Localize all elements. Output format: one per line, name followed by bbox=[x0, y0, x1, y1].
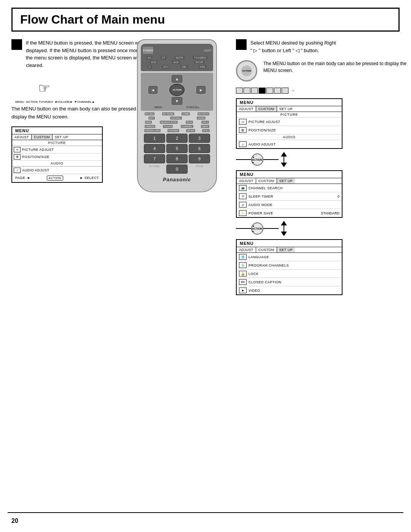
menu2-item-possize: ⊞ POSITION/SIZE bbox=[237, 126, 342, 134]
action-btn-small[interactable]: ACTION bbox=[47, 176, 63, 181]
btn-5[interactable]: 5 bbox=[166, 144, 188, 153]
btn-9[interactable]: 9 bbox=[189, 154, 210, 163]
btn-1[interactable]: 1 bbox=[144, 134, 165, 143]
v-btn[interactable]: V bbox=[148, 65, 152, 69]
as-btn[interactable]: AS bbox=[147, 56, 152, 59]
vcrrec-btn[interactable]: VCR REC bbox=[170, 117, 182, 120]
h-line-right-1 bbox=[263, 159, 279, 160]
vcrdbs-btn[interactable]: VCR/DBS bbox=[167, 129, 179, 132]
btn-7[interactable]: 7 bbox=[144, 154, 165, 163]
aux-btn[interactable]: AUX bbox=[172, 61, 180, 64]
menu2-tab-custom[interactable]: CUSTOM bbox=[256, 106, 277, 112]
split-btn[interactable]: SPLIT bbox=[201, 121, 209, 124]
remote-row2: AS CT MUTE TV/VIDEO bbox=[142, 56, 212, 59]
swap-btn[interactable]: SWAP bbox=[201, 125, 209, 128]
strip-btn-2[interactable] bbox=[244, 88, 250, 94]
guide-btn[interactable]: GUIDE bbox=[197, 117, 206, 120]
exit-btn[interactable]: EXIT bbox=[148, 117, 155, 120]
menu3-tab-custom[interactable]: CUSTOM bbox=[256, 178, 277, 184]
menu3-tab-setup[interactable]: SET UP bbox=[277, 178, 295, 184]
ch-search-label: CHANNEL SEARCH bbox=[249, 186, 283, 190]
menu4-tab-custom[interactable]: CUSTOM bbox=[256, 247, 277, 252]
select-label: ► SELECT bbox=[80, 176, 99, 180]
down-arrow-1 bbox=[281, 163, 287, 167]
searchstop-btn[interactable]: SEARCH STOP bbox=[160, 121, 178, 124]
rhadj-btn[interactable]: RH-ADJ bbox=[145, 112, 155, 115]
h-line-left-1 bbox=[236, 159, 251, 160]
tvvideo-btn[interactable]: TV/VIDEO bbox=[193, 56, 207, 59]
remote-power-btn[interactable]: POWER bbox=[142, 46, 154, 54]
rcvr-btn[interactable]: RCVR bbox=[194, 61, 204, 64]
lock-icon: 🔒 bbox=[239, 271, 247, 276]
dvd-btn[interactable]: DVD bbox=[150, 61, 158, 64]
btn-3[interactable]: 3 bbox=[189, 134, 210, 143]
prog-ch-label: PROGRAM CHANNELS bbox=[249, 264, 289, 267]
action-dial[interactable]: ACTION bbox=[236, 60, 257, 81]
strip-btn-6[interactable] bbox=[274, 88, 281, 94]
dtv-btn[interactable]: DTV bbox=[162, 65, 170, 69]
strip-btn-7[interactable] bbox=[282, 88, 288, 94]
ch-dn-row: ▼ bbox=[142, 97, 212, 105]
up-arrow-1 bbox=[281, 152, 287, 157]
rtune-label: R-TUNE bbox=[144, 165, 165, 174]
action-nav-btn-2[interactable]: ◄ ACTION ► bbox=[251, 222, 263, 235]
func-row2: EXIT VCR REC GUIDE bbox=[141, 117, 213, 120]
btn-0[interactable]: 0 bbox=[166, 165, 188, 174]
section-audio: AUDIO bbox=[12, 160, 102, 166]
freeze-btn[interactable]: FREEZE bbox=[145, 125, 155, 128]
func-row4: FREEZE TV/VCR CHANNEL SWAP bbox=[141, 125, 213, 128]
tab-adjust[interactable]: ADJUST bbox=[12, 134, 32, 140]
action-center-btn[interactable]: ACTION bbox=[169, 84, 185, 96]
btn-4[interactable]: 4 bbox=[144, 144, 165, 153]
menu3-tabs: ADJUST CUSTOM SET UP bbox=[237, 178, 342, 184]
ch-up-btn[interactable]: ▲ bbox=[172, 75, 182, 83]
menu4-box: MENU ADJUST CUSTOM SET UP 🌐 LANGUAGE 📡 P… bbox=[236, 239, 342, 295]
btn-8[interactable]: 8 bbox=[166, 154, 188, 163]
strip-btn-3[interactable] bbox=[251, 88, 258, 94]
finger-icon-right: ☞ bbox=[292, 89, 295, 93]
audio-icon-left: ♪ bbox=[14, 168, 21, 173]
prog-label: PROG bbox=[189, 165, 210, 174]
ct-btn[interactable]: CT bbox=[161, 56, 166, 59]
v-line-2 bbox=[284, 225, 284, 232]
action-nav-btn-1[interactable]: ◄ ACTION ► bbox=[251, 153, 263, 166]
strip-btn-1[interactable] bbox=[236, 88, 243, 94]
rhsplit-btn[interactable]: RH-SPLIT bbox=[198, 112, 209, 115]
menu2-tab-adjust[interactable]: ADJUST bbox=[237, 106, 256, 112]
menu4-item-language: 🌐 LANGUAGE bbox=[237, 253, 342, 261]
page-select-row: PAGE ◄ ACTION ► SELECT bbox=[12, 174, 102, 182]
still-btn[interactable]: STILL bbox=[202, 129, 210, 132]
strip-btn-4-active[interactable] bbox=[259, 88, 266, 94]
menu2-tab-setup[interactable]: SET UP bbox=[277, 106, 295, 112]
menu3-tab-adjust[interactable]: ADJUST bbox=[237, 178, 256, 184]
btn-2[interactable]: 2 bbox=[166, 134, 188, 143]
game-btn[interactable]: GAME bbox=[182, 112, 190, 115]
dbs-btn[interactable]: DSS bbox=[199, 65, 206, 69]
channel-btn[interactable]: CHANNEL bbox=[181, 125, 193, 128]
menu4-tab-adjust[interactable]: ADJUST bbox=[237, 247, 256, 252]
menu3-title: MENU bbox=[237, 171, 342, 178]
menu2-item-picadj: ▪▪▪ PICTURE ADJUST bbox=[237, 118, 342, 126]
strip-btn-5[interactable] bbox=[266, 88, 273, 94]
cbl-btn[interactable]: CBL bbox=[180, 65, 188, 69]
menu4-tab-setup[interactable]: SET UP bbox=[277, 247, 295, 252]
up-arrow-2 bbox=[281, 221, 287, 225]
tvvcr-btn[interactable]: TV/VCR bbox=[163, 125, 173, 128]
btn-6[interactable]: 6 bbox=[189, 144, 210, 153]
pic-adj-icon-left: ▪▪▪ bbox=[14, 147, 21, 152]
tab-setup[interactable]: SET UP bbox=[53, 134, 70, 140]
mute-btn[interactable]: MUTE bbox=[175, 56, 185, 59]
noname-btn[interactable]: NO NAME bbox=[162, 112, 174, 115]
tab-custom[interactable]: CUSTOM bbox=[32, 134, 53, 140]
audio-mode-icon: ♬ bbox=[239, 202, 247, 208]
black-square-right bbox=[236, 39, 247, 50]
rew-btn[interactable]: REW bbox=[145, 121, 152, 124]
play-btn[interactable]: PLAY bbox=[186, 121, 193, 124]
ch-dn-btn[interactable]: ▼ bbox=[172, 97, 182, 105]
pause-btn[interactable]: PAUSE bbox=[186, 129, 195, 132]
right-btn[interactable]: ► bbox=[196, 86, 206, 94]
menu2-audioadj-label: AUDIO ADJUST bbox=[249, 142, 276, 146]
left-btn[interactable]: ◄ bbox=[148, 86, 158, 94]
cc-label: CLOSED CAPTION bbox=[249, 280, 282, 284]
v-line-1 bbox=[284, 157, 284, 163]
